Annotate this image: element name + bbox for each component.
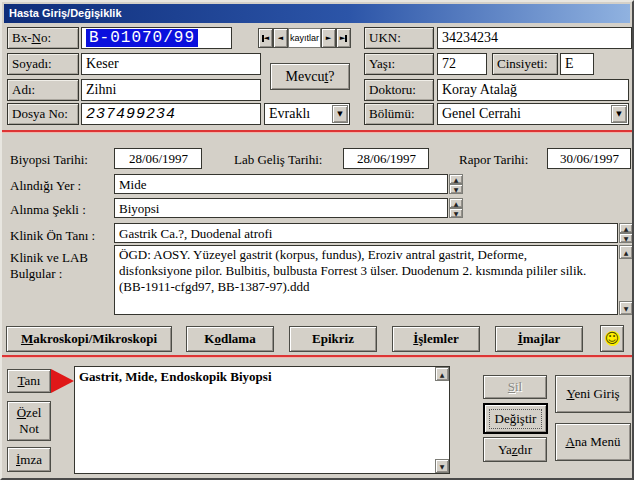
cinsiyeti-label: Cinsiyeti: [492,53,558,75]
mevcut-button[interactable]: Mevcut? [270,63,350,90]
alindigi-yer-label: Alındığı Yer : [10,178,81,194]
doktoru-input[interactable]: Koray Atalağ [437,79,629,101]
spin-up-icon[interactable]: ▲ [619,223,633,233]
makroskopi-mikroskopi-button[interactable]: Makroskopi/Mikroskopi [6,326,172,352]
smiley-icon: ☺ [605,331,620,346]
divider-line-bottom [2,355,634,358]
dosya-no-label: Dosya No: [7,103,79,125]
alinma-sekli-input[interactable]: Biyopsi [114,198,448,218]
alindigi-yer-spinner: ▲ ▼ [449,174,463,194]
tani-button[interactable]: Tanı [7,369,51,393]
klinik-lab-textarea[interactable]: ÖGD: AOSY. Yüzeyel gastrit (korpus, fund… [114,245,618,315]
degistir-button[interactable]: Değiştir [484,404,547,433]
klinik-on-tani-spinner: ▲ ▼ [619,223,633,243]
yasi-input[interactable]: 72 [437,53,487,75]
soyadi-label: Soyadı: [7,53,79,75]
klinik-on-tani-input[interactable]: Gastrik Ca.?, Duodenal atrofi [114,223,618,243]
dosya-no-input[interactable]: 237499234 [81,103,261,125]
imajlar-button[interactable]: İmajlar [495,326,583,352]
adi-label: Adı: [7,79,79,101]
bx-no-label: Bx-No: [7,27,79,49]
next-record-button[interactable]: ► [321,28,336,48]
evrak-combobox[interactable]: Evraklı ▼ [264,103,350,125]
imza-button[interactable]: İmza [7,447,51,472]
bolumu-dropdown-icon[interactable]: ▼ [611,105,627,123]
sil-button: Sil [483,375,547,399]
ukn-label: UKN: [364,27,434,49]
title-bar[interactable]: Hasta Giriş/Değişiklik [4,4,630,23]
patient-entry-window: Hasta Giriş/Değişiklik Bx-No: B-01070/99… [0,0,634,480]
spin-down-icon[interactable]: ▼ [449,208,463,218]
cinsiyeti-input[interactable]: E [560,53,594,75]
biyopsi-tarihi-input[interactable]: 28/06/1997 [114,148,202,169]
diagnosis-listbox[interactable]: Gastrit, Mide, Endoskopik Biyopsi [74,366,450,474]
smiley-button[interactable]: ☺ [600,325,624,352]
spin-up-icon[interactable]: ▲ [449,174,463,184]
records-label: kayıtlar [288,28,321,48]
previous-record-button[interactable]: ◄ [273,28,288,48]
first-record-button[interactable]: ◄ [258,28,273,48]
alinma-sekli-spinner: ▲ ▼ [449,198,463,218]
islemler-button[interactable]: İşlemler [392,326,480,352]
soyadi-input[interactable]: Keser [81,53,261,75]
bx-no-input[interactable]: B-01070/99 [81,27,232,49]
spin-down-icon[interactable]: ▼ [449,184,463,194]
bolumu-label: Bölümü: [364,103,434,125]
window-title: Hasta Giriş/Değişiklik [9,7,122,19]
rapor-tarihi-input[interactable]: 30/06/1997 [547,148,631,169]
yeni-giris-button[interactable]: Yeni Giriş [555,375,631,413]
adi-input[interactable]: Zihni [81,79,261,101]
epikriz-button[interactable]: Epikriz [289,326,377,352]
yasi-label: Yaşı: [364,53,434,75]
diagnosis-entry[interactable]: Gastrit, Mide, Endoskopik Biyopsi [79,369,272,384]
klinik-lab-scrollbar[interactable]: ▲ ▼ [619,245,633,315]
klinik-on-tani-label: Klinik Ön Tanı : [10,228,95,244]
bolumu-combobox[interactable]: Genel Cerrahi ▼ [437,103,629,125]
evrak-dropdown-icon[interactable]: ▼ [332,105,348,123]
diagnosis-scrollbar[interactable]: ▲ ▼ [435,367,449,473]
ukn-input[interactable]: 34234234 [437,27,632,49]
last-record-button[interactable]: ► [336,28,351,48]
record-navigator: ◄ ◄ kayıtlar ► ► [258,28,352,48]
biyopsi-tarihi-label: Biyopsi Tarihi: [10,152,88,168]
bx-no-selected-value: B-01070/99 [86,29,198,47]
rapor-tarihi-label: Rapor Tarihi: [459,152,528,168]
spin-up-icon[interactable]: ▲ [449,198,463,208]
doktoru-label: Doktoru: [364,79,434,101]
alindigi-yer-input[interactable]: Mide [114,174,448,194]
kodlama-button[interactable]: Kodlama [186,326,274,352]
alinma-sekli-label: Alınma Şekli : [10,202,86,218]
klinik-lab-label-line1: Klinik ve LAB [10,250,88,266]
klinik-lab-label-line2: Bulgular : [10,266,62,282]
red-arrow-icon [51,369,74,393]
scroll-down-icon[interactable]: ▼ [619,301,633,315]
ana-menu-button[interactable]: Ana Menü [555,423,631,461]
scroll-down-icon[interactable]: ▼ [435,459,449,473]
spin-down-icon[interactable]: ▼ [619,233,633,243]
scroll-up-icon[interactable]: ▲ [435,367,449,381]
lab-gelis-tarihi-input[interactable]: 28/06/1997 [343,148,429,169]
lab-gelis-tarihi-label: Lab Geliş Tarihi: [234,152,322,168]
ozel-not-button[interactable]: Özel Not [7,401,51,441]
scroll-up-icon[interactable]: ▲ [619,245,633,259]
divider-line-top [2,130,634,133]
yazdir-button[interactable]: Yazdır [483,437,547,462]
